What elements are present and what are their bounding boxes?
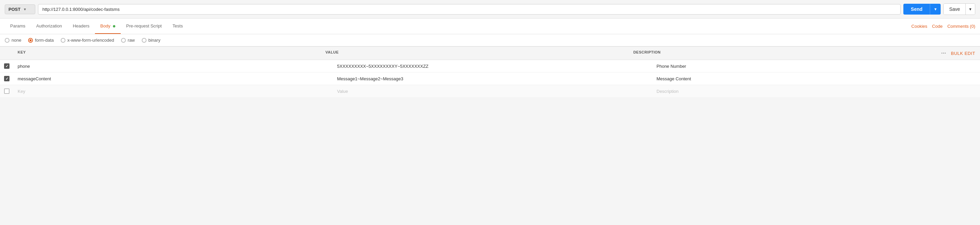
body-options: none form-data x-www-form-urlencoded raw…	[0, 34, 980, 46]
url-input[interactable]	[38, 4, 900, 14]
send-button[interactable]: Send	[904, 4, 930, 14]
row-3-checkbox[interactable]	[4, 89, 10, 94]
more-options-icon[interactable]: ···	[941, 50, 946, 56]
tab-pre-request-script[interactable]: Pre-request Script	[121, 19, 167, 34]
row-2-check-icon: ✓	[5, 77, 8, 81]
radio-form-data-label: form-data	[35, 38, 54, 43]
cookies-link[interactable]: Cookies	[912, 24, 928, 29]
tab-authorization[interactable]: Authorization	[31, 19, 67, 34]
table-row: Key Value Description	[0, 85, 980, 97]
row-1-actions	[972, 63, 980, 70]
row-1-value[interactable]: 5XXXXXXXXX~5XXXXXXXXY~5XXXXXXXZZ	[333, 60, 652, 72]
th-actions: ··· Bulk Edit	[937, 47, 980, 60]
table-row: ✓ messageContent Message1~Message2~Messa…	[0, 73, 980, 85]
table-header: KEY VALUE DESCRIPTION ··· Bulk Edit	[0, 46, 980, 60]
row-3-description[interactable]: Description	[652, 86, 972, 97]
radio-urlencoded-label: x-www-form-urlencoded	[67, 38, 114, 43]
row-2-description[interactable]: Message Content	[652, 73, 972, 85]
tab-params[interactable]: Params	[5, 19, 31, 34]
row-1-description[interactable]: Phone Number	[652, 60, 972, 72]
radio-form-data[interactable]: form-data	[28, 38, 54, 43]
th-checkbox	[0, 47, 14, 60]
method-label: POST	[8, 7, 20, 12]
radio-raw-label: raw	[128, 38, 135, 43]
save-dropdown-button[interactable]: ▼	[966, 4, 975, 14]
row-2-checkbox[interactable]: ✓	[4, 76, 10, 81]
body-active-dot	[113, 25, 115, 27]
row-3-actions	[972, 88, 980, 95]
radio-raw[interactable]: raw	[121, 38, 135, 43]
tab-headers[interactable]: Headers	[67, 19, 95, 34]
send-button-group: Send ▼	[904, 4, 941, 14]
method-select[interactable]: POST ▼	[5, 5, 35, 14]
radio-binary-label: binary	[148, 38, 161, 43]
row-1-key[interactable]: phone	[14, 60, 333, 72]
row-1-check-icon: ✓	[5, 64, 8, 68]
radio-urlencoded[interactable]: x-www-form-urlencoded	[61, 38, 114, 43]
tabs-right: Cookies Code Comments (0)	[912, 24, 975, 29]
radio-binary-circle	[142, 38, 146, 43]
top-bar: POST ▼ Send ▼ Save ▼	[0, 0, 980, 19]
radio-none-label: none	[11, 38, 21, 43]
row-1-checkbox-cell[interactable]: ✓	[0, 60, 14, 72]
radio-none[interactable]: none	[5, 38, 21, 43]
form-data-table: KEY VALUE DESCRIPTION ··· Bulk Edit ✓ ph…	[0, 46, 980, 97]
bulk-edit-link[interactable]: Bulk Edit	[951, 51, 975, 56]
row-2-checkbox-cell[interactable]: ✓	[0, 73, 14, 85]
row-3-checkbox-cell[interactable]	[0, 85, 14, 97]
method-chevron: ▼	[23, 8, 27, 11]
save-button[interactable]: Save	[944, 4, 966, 14]
tab-body[interactable]: Body	[95, 19, 121, 34]
radio-form-data-circle	[28, 38, 33, 43]
radio-urlencoded-circle	[61, 38, 65, 43]
row-3-value[interactable]: Value	[333, 86, 652, 97]
tab-tests[interactable]: Tests	[167, 19, 188, 34]
row-1-checkbox[interactable]: ✓	[4, 63, 10, 69]
table-row: ✓ phone 5XXXXXXXXX~5XXXXXXXXY~5XXXXXXXZZ…	[0, 60, 980, 73]
row-2-actions	[972, 75, 980, 82]
th-value: VALUE	[321, 47, 629, 60]
tabs-left: Params Authorization Headers Body Pre-re…	[5, 19, 912, 34]
save-button-group: Save ▼	[943, 3, 975, 15]
th-description: DESCRIPTION	[629, 47, 937, 60]
comments-link[interactable]: Comments (0)	[947, 24, 975, 29]
row-2-key[interactable]: messageContent	[14, 73, 333, 85]
send-dropdown-button[interactable]: ▼	[930, 4, 941, 14]
row-3-key[interactable]: Key	[14, 86, 333, 97]
radio-binary[interactable]: binary	[142, 38, 161, 43]
code-link[interactable]: Code	[932, 24, 943, 29]
th-key: KEY	[14, 47, 321, 60]
radio-none-circle	[5, 38, 10, 43]
row-2-value[interactable]: Message1~Message2~Message3	[333, 73, 652, 85]
radio-raw-circle	[121, 38, 126, 43]
tabs-bar: Params Authorization Headers Body Pre-re…	[0, 19, 980, 34]
